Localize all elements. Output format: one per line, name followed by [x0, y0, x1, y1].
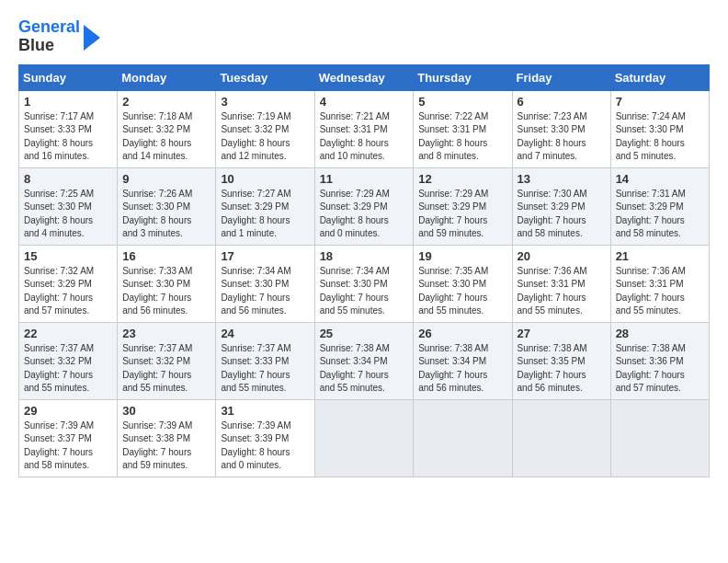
calendar-cell [610, 399, 709, 477]
day-number: 18 [320, 249, 409, 263]
day-info: Sunrise: 7:29 AM Sunset: 3:29 PM Dayligh… [320, 188, 409, 241]
day-info: Sunrise: 7:27 AM Sunset: 3:29 PM Dayligh… [221, 188, 309, 241]
day-info: Sunrise: 7:39 AM Sunset: 3:39 PM Dayligh… [221, 419, 309, 473]
calendar-cell: 19Sunrise: 7:35 AM Sunset: 3:30 PM Dayli… [414, 245, 512, 322]
day-number: 24 [221, 327, 309, 340]
day-number: 13 [518, 172, 606, 186]
calendar-cell: 6Sunrise: 7:23 AM Sunset: 3:30 PM Daylig… [512, 90, 610, 167]
calendar-cell: 10Sunrise: 7:27 AM Sunset: 3:29 PM Dayli… [216, 167, 314, 245]
day-number: 30 [122, 404, 210, 418]
calendar-cell: 7Sunrise: 7:24 AM Sunset: 3:30 PM Daylig… [610, 90, 709, 167]
day-number: 14 [616, 172, 704, 186]
day-number: 10 [221, 172, 309, 186]
day-info: Sunrise: 7:34 AM Sunset: 3:30 PM Dayligh… [221, 265, 309, 318]
day-info: Sunrise: 7:21 AM Sunset: 3:31 PM Dayligh… [320, 110, 409, 164]
calendar-cell: 15Sunrise: 7:32 AM Sunset: 3:29 PM Dayli… [19, 245, 118, 322]
logo-arrow-icon [84, 25, 100, 51]
calendar-cell: 1Sunrise: 7:17 AM Sunset: 3:33 PM Daylig… [19, 90, 118, 167]
day-info: Sunrise: 7:34 AM Sunset: 3:30 PM Dayligh… [320, 265, 409, 318]
calendar-body: 1Sunrise: 7:17 AM Sunset: 3:33 PM Daylig… [19, 90, 710, 477]
day-info: Sunrise: 7:35 AM Sunset: 3:30 PM Dayligh… [418, 265, 506, 318]
calendar-cell [512, 399, 610, 477]
day-info: Sunrise: 7:30 AM Sunset: 3:29 PM Dayligh… [518, 188, 606, 241]
day-info: Sunrise: 7:18 AM Sunset: 3:32 PM Dayligh… [122, 110, 210, 164]
calendar-cell: 23Sunrise: 7:37 AM Sunset: 3:32 PM Dayli… [118, 322, 216, 399]
calendar-week-1: 1Sunrise: 7:17 AM Sunset: 3:33 PM Daylig… [19, 90, 710, 167]
calendar-cell: 16Sunrise: 7:33 AM Sunset: 3:30 PM Dayli… [118, 245, 216, 322]
day-info: Sunrise: 7:36 AM Sunset: 3:31 PM Dayligh… [616, 265, 704, 318]
day-number: 4 [320, 95, 409, 109]
day-number: 15 [24, 249, 112, 263]
day-number: 25 [320, 327, 409, 340]
page-header: GeneralBlue [18, 18, 710, 55]
calendar-header-wednesday: Wednesday [314, 64, 414, 90]
calendar-cell: 9Sunrise: 7:26 AM Sunset: 3:30 PM Daylig… [118, 167, 216, 245]
calendar-header-tuesday: Tuesday [216, 64, 314, 90]
calendar-header-thursday: Thursday [414, 64, 512, 90]
day-info: Sunrise: 7:32 AM Sunset: 3:29 PM Dayligh… [24, 265, 112, 318]
calendar-cell: 2Sunrise: 7:18 AM Sunset: 3:32 PM Daylig… [118, 90, 216, 167]
day-number: 2 [122, 95, 210, 109]
day-info: Sunrise: 7:37 AM Sunset: 3:32 PM Dayligh… [122, 342, 210, 396]
day-number: 21 [616, 249, 704, 263]
calendar-header-row: SundayMondayTuesdayWednesdayThursdayFrid… [19, 64, 710, 90]
day-info: Sunrise: 7:37 AM Sunset: 3:33 PM Dayligh… [221, 342, 309, 396]
day-info: Sunrise: 7:37 AM Sunset: 3:32 PM Dayligh… [24, 342, 112, 396]
calendar-header-saturday: Saturday [610, 64, 709, 90]
calendar-cell: 29Sunrise: 7:39 AM Sunset: 3:37 PM Dayli… [19, 399, 118, 477]
day-info: Sunrise: 7:17 AM Sunset: 3:33 PM Dayligh… [24, 110, 112, 164]
day-number: 22 [24, 327, 112, 340]
calendar-cell [414, 399, 512, 477]
day-info: Sunrise: 7:39 AM Sunset: 3:38 PM Dayligh… [122, 419, 210, 473]
day-number: 19 [418, 249, 506, 263]
day-info: Sunrise: 7:38 AM Sunset: 3:35 PM Dayligh… [518, 342, 606, 396]
calendar-cell [314, 399, 414, 477]
day-info: Sunrise: 7:23 AM Sunset: 3:30 PM Dayligh… [518, 110, 606, 164]
calendar-cell: 24Sunrise: 7:37 AM Sunset: 3:33 PM Dayli… [216, 322, 314, 399]
calendar-header-monday: Monday [118, 64, 216, 90]
calendar-cell: 26Sunrise: 7:38 AM Sunset: 3:34 PM Dayli… [414, 322, 512, 399]
day-info: Sunrise: 7:31 AM Sunset: 3:29 PM Dayligh… [616, 188, 704, 241]
calendar-cell: 17Sunrise: 7:34 AM Sunset: 3:30 PM Dayli… [216, 245, 314, 322]
day-number: 5 [418, 95, 506, 109]
calendar-cell: 13Sunrise: 7:30 AM Sunset: 3:29 PM Dayli… [512, 167, 610, 245]
day-number: 29 [24, 404, 112, 418]
day-info: Sunrise: 7:24 AM Sunset: 3:30 PM Dayligh… [616, 110, 704, 164]
day-info: Sunrise: 7:22 AM Sunset: 3:31 PM Dayligh… [418, 110, 506, 164]
logo: GeneralBlue [18, 18, 100, 55]
day-number: 6 [518, 95, 606, 109]
calendar-cell: 21Sunrise: 7:36 AM Sunset: 3:31 PM Dayli… [610, 245, 709, 322]
calendar-cell: 20Sunrise: 7:36 AM Sunset: 3:31 PM Dayli… [512, 245, 610, 322]
calendar-cell: 8Sunrise: 7:25 AM Sunset: 3:30 PM Daylig… [19, 167, 118, 245]
calendar-cell: 14Sunrise: 7:31 AM Sunset: 3:29 PM Dayli… [610, 167, 709, 245]
day-info: Sunrise: 7:25 AM Sunset: 3:30 PM Dayligh… [24, 188, 112, 241]
day-info: Sunrise: 7:39 AM Sunset: 3:37 PM Dayligh… [24, 419, 112, 473]
calendar-header-sunday: Sunday [19, 64, 118, 90]
day-number: 20 [518, 249, 606, 263]
day-number: 16 [122, 249, 210, 263]
calendar-cell: 11Sunrise: 7:29 AM Sunset: 3:29 PM Dayli… [314, 167, 414, 245]
calendar-table: SundayMondayTuesdayWednesdayThursdayFrid… [18, 64, 710, 477]
logo-text: GeneralBlue [18, 18, 80, 55]
day-number: 7 [616, 95, 704, 109]
day-info: Sunrise: 7:33 AM Sunset: 3:30 PM Dayligh… [122, 265, 210, 318]
calendar-cell: 22Sunrise: 7:37 AM Sunset: 3:32 PM Dayli… [19, 322, 118, 399]
day-number: 31 [221, 404, 309, 418]
day-number: 12 [418, 172, 506, 186]
day-number: 8 [24, 172, 112, 186]
calendar-cell: 5Sunrise: 7:22 AM Sunset: 3:31 PM Daylig… [414, 90, 512, 167]
day-info: Sunrise: 7:29 AM Sunset: 3:29 PM Dayligh… [418, 188, 506, 241]
calendar-cell: 12Sunrise: 7:29 AM Sunset: 3:29 PM Dayli… [414, 167, 512, 245]
calendar-cell: 28Sunrise: 7:38 AM Sunset: 3:36 PM Dayli… [610, 322, 709, 399]
calendar-week-3: 15Sunrise: 7:32 AM Sunset: 3:29 PM Dayli… [19, 245, 710, 322]
calendar-cell: 18Sunrise: 7:34 AM Sunset: 3:30 PM Dayli… [314, 245, 414, 322]
day-info: Sunrise: 7:36 AM Sunset: 3:31 PM Dayligh… [518, 265, 606, 318]
day-info: Sunrise: 7:38 AM Sunset: 3:36 PM Dayligh… [616, 342, 704, 396]
calendar-header-friday: Friday [512, 64, 610, 90]
calendar-week-5: 29Sunrise: 7:39 AM Sunset: 3:37 PM Dayli… [19, 399, 710, 477]
calendar-cell: 30Sunrise: 7:39 AM Sunset: 3:38 PM Dayli… [118, 399, 216, 477]
day-info: Sunrise: 7:19 AM Sunset: 3:32 PM Dayligh… [221, 110, 309, 164]
day-number: 3 [221, 95, 309, 109]
day-number: 1 [24, 95, 112, 109]
calendar-cell: 3Sunrise: 7:19 AM Sunset: 3:32 PM Daylig… [216, 90, 314, 167]
